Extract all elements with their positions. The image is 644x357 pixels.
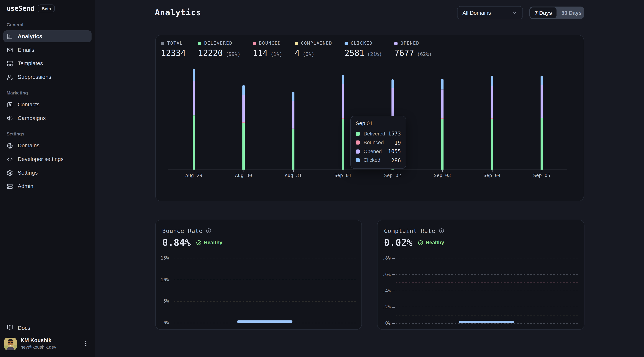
sidebar-item-label: Admin — [18, 183, 33, 189]
domain-filter-value: All Domains — [462, 10, 491, 16]
bar-segment-clicked — [441, 79, 444, 90]
page-title: Analytics — [155, 8, 201, 17]
bar-sep-01[interactable] — [342, 75, 344, 170]
sidebar-item-admin[interactable]: Admin — [3, 180, 92, 192]
app-logo: useSend — [6, 4, 34, 12]
x-axis-line — [168, 170, 567, 170]
sidebar-item-templates[interactable]: Templates — [3, 58, 92, 70]
bar-segment-clicked — [193, 68, 195, 81]
bar-aug-30[interactable] — [242, 85, 245, 170]
tooltip-value: 1055 — [388, 148, 401, 154]
y-axis-label: .6% — [378, 272, 391, 277]
gear-icon — [6, 169, 13, 176]
profile-menu-dots-icon[interactable] — [82, 340, 89, 347]
tooltip-value: 286 — [391, 157, 401, 164]
x-axis-tick — [194, 170, 194, 172]
megaphone-icon — [6, 115, 13, 121]
bar-segment-delivered — [491, 119, 493, 170]
tooltip-row-opened: Opened1055 — [356, 147, 401, 156]
range-30-days-button[interactable]: 30 Days — [557, 7, 586, 18]
sidebar: useSend Beta GeneralAnalyticsEmailsTempl… — [0, 0, 95, 357]
tooltip-label: Bounced — [364, 140, 384, 146]
tooltip-color-chip — [356, 158, 360, 162]
domain-filter-select[interactable]: All Domains — [457, 6, 523, 20]
bar-aug-31[interactable] — [292, 92, 294, 170]
app-root: useSend Beta GeneralAnalyticsEmailsTempl… — [0, 0, 644, 357]
bar-aug-29[interactable] — [193, 68, 195, 170]
section-label-marketing: Marketing — [3, 90, 92, 95]
sidebar-item-emails[interactable]: Emails — [3, 44, 92, 56]
sidebar-item-label: Emails — [18, 47, 34, 53]
contact-book-icon — [6, 101, 13, 108]
y-axis-tick — [392, 290, 395, 291]
sidebar-item-label: Analytics — [18, 33, 42, 40]
y-axis-tick — [392, 307, 395, 308]
bar-segment-clicked — [342, 75, 344, 84]
x-axis-label: Aug 30 — [227, 172, 260, 178]
sidebar-item-label: Settings — [18, 170, 38, 176]
sidebar-item-analytics[interactable]: Analytics — [3, 30, 92, 42]
sidebar-item-developer-settings[interactable]: Developer settings — [3, 153, 92, 165]
bar-segment-opened — [342, 84, 344, 118]
bar-segment-delivered — [540, 118, 543, 170]
tooltip-value: 1573 — [388, 130, 401, 137]
y-axis-label: .2% — [378, 304, 391, 310]
chevron-down-icon — [511, 10, 518, 16]
x-axis-label: Aug 31 — [277, 172, 310, 178]
user-x-icon — [6, 74, 13, 80]
tooltip-value: 19 — [394, 140, 401, 146]
sidebar-item-suppressions[interactable]: Suppressions — [3, 71, 92, 83]
tooltip-color-chip — [356, 150, 360, 154]
section-label-settings: Settings — [3, 131, 92, 136]
threshold-line-warning — [396, 315, 578, 316]
bar-segment-clicked — [491, 76, 493, 86]
bar-segment-clicked — [242, 85, 245, 95]
bar-sep-05[interactable] — [540, 76, 543, 170]
gridline-.2pct — [396, 307, 578, 307]
sidebar-item-settings[interactable]: Settings — [3, 167, 92, 179]
book-open-icon — [6, 324, 13, 331]
gridline-.6pct — [396, 274, 578, 275]
sidebar-item-label: Campaigns — [18, 115, 46, 121]
layout-template-icon — [6, 60, 13, 67]
globe-icon — [6, 142, 13, 149]
bar-segment-opened — [292, 101, 294, 128]
bar-segment-opened — [193, 81, 195, 115]
analytics-chart-card: TOTAL12334DELIVERED12220(99%)BOUNCED114(… — [155, 35, 584, 201]
tooltip-color-chip — [356, 140, 360, 144]
tooltip-label: Clicked — [364, 158, 380, 163]
x-axis-label: Sep 05 — [525, 172, 558, 178]
sidebar-nav: GeneralAnalyticsEmailsTemplatesSuppressi… — [0, 12, 95, 194]
x-axis-tick — [293, 170, 294, 172]
bar-sep-04[interactable] — [491, 76, 493, 170]
complaint-rate-card: Complaint Rate 0.02% Healthy .8%.6%.4%.2… — [377, 220, 584, 330]
x-axis-tick — [244, 170, 244, 172]
sidebar-item-label: Developer settings — [18, 156, 64, 162]
sidebar-item-label: Suppressions — [18, 74, 51, 80]
bar-segment-opened — [540, 85, 543, 118]
bar-segment-delivered — [441, 119, 444, 170]
chart-tooltip: Sep 01 Delivered1573Bounced19Opened1055C… — [350, 116, 406, 169]
sidebar-item-domains[interactable]: Domains — [3, 140, 92, 152]
y-axis-tick — [392, 274, 395, 275]
complaint-rate-chart: .8%.6%.4%.2%0% — [378, 220, 584, 329]
sidebar-item-contacts[interactable]: Contacts — [3, 98, 92, 110]
sidebar-bottom: Docs KM Ko — [0, 322, 95, 357]
range-7-days-button[interactable]: 7 Days — [530, 7, 557, 18]
bar-segment-clicked — [292, 92, 294, 101]
rate-series-segment — [237, 320, 292, 323]
y-axis-label: .8% — [378, 256, 391, 261]
x-axis-label: Sep 03 — [426, 172, 459, 178]
bar-segment-delivered — [342, 119, 344, 170]
bounce-rate-chart: 15%10%5%0% — [156, 220, 361, 329]
bar-segment-delivered — [242, 123, 245, 170]
y-axis-label: 15% — [156, 256, 169, 261]
user-profile[interactable]: KM Koushik hey@koushik.dev — [3, 336, 92, 352]
x-axis-tick — [542, 170, 542, 172]
x-axis-tick — [492, 170, 492, 172]
tooltip-row-delivered: Delivered1573 — [356, 129, 401, 138]
bar-segment-clicked — [392, 79, 394, 88]
bar-sep-03[interactable] — [441, 79, 444, 170]
sidebar-item-campaigns[interactable]: Campaigns — [3, 112, 92, 124]
sidebar-item-docs[interactable]: Docs — [3, 322, 92, 334]
